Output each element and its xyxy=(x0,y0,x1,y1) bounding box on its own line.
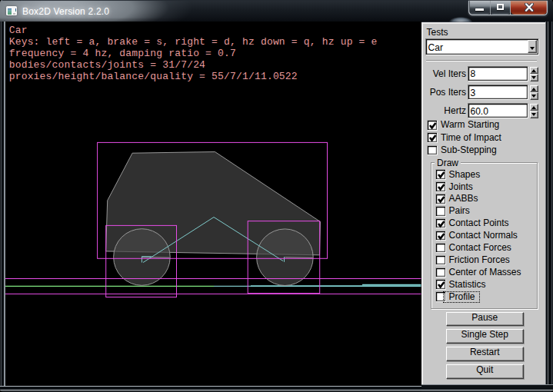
svg-text:Car: Car xyxy=(9,25,28,36)
svg-text:bodies/contacts/joints = 31/7/: bodies/contacts/joints = 31/7/24 xyxy=(9,59,205,71)
svg-text:frequency = 4 hz, damping rati: frequency = 4 hz, damping ratio = 0.7 xyxy=(9,48,236,59)
svg-text:Keys: left = a, brake = s, rig: Keys: left = a, brake = s, right = d, hz… xyxy=(9,36,378,48)
svg-text:proxies/height/balance/quality: proxies/height/balance/quality = 55/7/1/… xyxy=(9,71,298,82)
